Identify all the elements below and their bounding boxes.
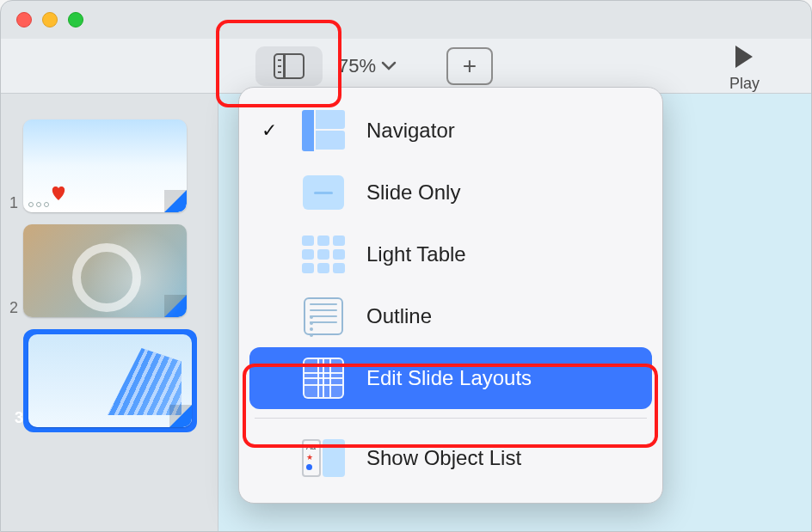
minimize-window-button[interactable] [42, 12, 58, 28]
menu-item-label: Navigator [366, 119, 455, 143]
slide-thumbnail-row[interactable]: 3 [9, 329, 209, 432]
add-slide-button[interactable]: + [446, 47, 493, 85]
slide-navigator: 1 2 3 [1, 94, 218, 531]
transition-fold-icon [164, 295, 187, 317]
menu-item-slide-only[interactable]: Slide Only [249, 162, 652, 223]
titlebar [1, 1, 811, 39]
menu-item-label: Edit Slide Layouts [366, 366, 532, 390]
transition-fold-icon [164, 190, 187, 212]
view-mode-button[interactable] [255, 46, 323, 86]
keynote-window: 75% + Play 1 2 [0, 0, 812, 532]
light-table-icon [301, 232, 346, 277]
outline-icon [301, 294, 346, 339]
menu-item-label: Show Object List [366, 446, 521, 470]
menu-item-light-table[interactable]: Light Table [249, 223, 652, 285]
menu-item-show-object-list[interactable]: Aa★ Show Object List [249, 427, 652, 489]
menu-item-edit-slide-layouts[interactable]: Edit Slide Layouts [249, 347, 652, 409]
build-indicator-icon [28, 202, 49, 207]
close-window-button[interactable] [16, 12, 32, 28]
checkmark-icon: ✓ [258, 119, 280, 142]
slide-only-icon [301, 170, 346, 215]
object-list-icon: Aa★ [301, 436, 346, 480]
play-label: Play [729, 75, 760, 93]
menu-item-label: Outline [366, 304, 432, 328]
transition-fold-icon [169, 405, 192, 427]
toolbar: 75% + Play [1, 39, 811, 94]
heart-icon [49, 185, 68, 202]
slide-number: 3 [15, 409, 23, 427]
slide-thumbnail-row[interactable]: 2 [9, 224, 209, 317]
view-panel-icon [274, 53, 304, 79]
menu-separator [255, 418, 647, 419]
toolbar-left-group: 75% + [1, 46, 493, 86]
navigator-icon [301, 108, 346, 153]
slide-thumbnail[interactable] [23, 224, 187, 317]
play-icon [735, 46, 753, 68]
slide-thumbnail[interactable] [28, 334, 192, 427]
slide-number: 1 [9, 194, 18, 212]
menu-item-navigator[interactable]: ✓ Navigator [249, 100, 652, 162]
traffic-lights [16, 12, 83, 28]
play-button[interactable]: Play [729, 46, 760, 93]
view-mode-menu: ✓ Navigator Slide Only Light Table Outli… [238, 87, 663, 504]
chevron-down-icon [381, 61, 397, 71]
zoom-window-button[interactable] [68, 12, 83, 28]
menu-item-label: Slide Only [366, 180, 460, 205]
edit-layouts-icon [301, 356, 346, 401]
slide-thumbnail[interactable] [23, 119, 187, 212]
slide-number: 2 [9, 299, 18, 317]
menu-item-outline[interactable]: Outline [249, 285, 652, 347]
zoom-value: 75% [338, 55, 376, 77]
plus-icon: + [463, 52, 477, 80]
menu-item-label: Light Table [366, 242, 466, 266]
zoom-dropdown[interactable]: 75% [338, 55, 397, 77]
slide-thumbnail-row[interactable]: 1 [9, 119, 209, 212]
